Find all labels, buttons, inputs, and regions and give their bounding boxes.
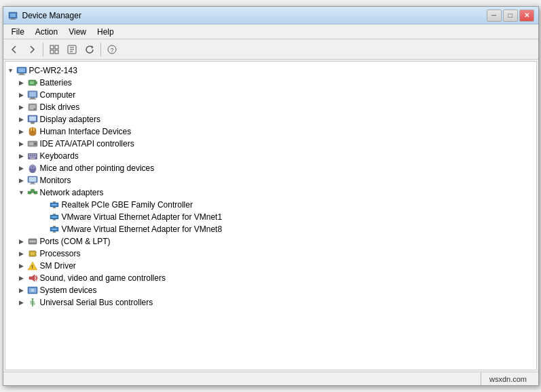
svg-rect-17 [18, 75, 25, 75]
root-icon [16, 65, 27, 76]
system-icon [27, 285, 38, 296]
display-expander[interactable]: ▶ [16, 114, 27, 125]
list-item[interactable]: ▶ VMware Virtual Ethernet Adapter for VM… [38, 223, 536, 235]
keyboards-expander[interactable]: ▶ [16, 151, 27, 161]
list-item[interactable]: ▶ VMware Virtual Ethernet Adapter for VM… [38, 211, 536, 223]
menu-file[interactable]: File [6, 24, 30, 39]
mice-icon [27, 163, 38, 174]
svg-rect-70 [53, 219, 56, 220]
svg-rect-29 [29, 117, 36, 121]
sm-expander[interactable]: ▶ [16, 260, 27, 271]
keyboards-label: Keyboards [40, 151, 79, 161]
ide-expander[interactable]: ▶ [16, 138, 27, 149]
device-tree-panel[interactable]: ▼ PC-WR2-143 ▶ [5, 61, 537, 370]
sm-icon: ! [27, 260, 38, 271]
list-item[interactable]: ▶ [16, 248, 536, 260]
refresh-button[interactable] [81, 41, 98, 58]
help-icon-button[interactable]: ? [104, 41, 120, 58]
monitors-icon [27, 175, 38, 186]
computer-expander[interactable]: ▶ [16, 90, 27, 100]
ports-expander[interactable]: ▶ [16, 236, 27, 247]
svg-point-52 [32, 164, 33, 166]
list-item[interactable]: ▶ Disk drives [16, 101, 536, 113]
list-item[interactable]: ▶ Mice and other pointing devices [16, 162, 536, 174]
list-item[interactable]: ▶ ! SM Driver [16, 260, 536, 272]
svg-rect-4 [50, 45, 54, 49]
svg-rect-34 [33, 128, 35, 131]
usb-label: Universal Serial Bus controllers [40, 298, 153, 307]
svg-rect-40 [29, 155, 30, 156]
nic2-label: VMware Virtual Ethernet Adapter for VMne… [62, 212, 223, 222]
svg-rect-74 [53, 231, 56, 233]
processors-expander[interactable]: ▶ [16, 248, 27, 259]
tree-root[interactable]: ▼ PC-WR2-143 [5, 64, 536, 77]
usb-expander[interactable]: ▶ [16, 297, 27, 308]
svg-rect-69 [53, 214, 56, 215]
toolbar: ? [3, 39, 538, 60]
menu-action[interactable]: Action [30, 24, 63, 39]
monitors-expander[interactable]: ▶ [16, 175, 27, 186]
svg-rect-80 [31, 252, 35, 255]
svg-rect-42 [33, 155, 34, 156]
sound-expander[interactable]: ▶ [16, 273, 27, 283]
svg-rect-66 [53, 207, 56, 208]
list-item[interactable]: ▶ IDE ATA/ATAPI controllers [16, 138, 536, 150]
close-button[interactable]: ✕ [519, 9, 534, 22]
svg-rect-59 [31, 189, 34, 192]
properties-button[interactable] [64, 41, 80, 58]
device-tree: ▼ PC-WR2-143 ▶ [5, 62, 536, 311]
svg-rect-33 [31, 128, 32, 131]
nic1-icon [49, 199, 60, 210]
list-item[interactable]: ▶ Sound, video and game controllers [16, 272, 536, 284]
svg-rect-22 [29, 92, 36, 97]
window-controls: ─ □ ✕ [487, 9, 534, 22]
processors-label: Processors [40, 249, 81, 258]
root-expander[interactable]: ▼ [5, 65, 16, 76]
batteries-icon [27, 77, 38, 88]
svg-rect-48 [30, 158, 35, 159]
svg-rect-64 [52, 204, 57, 205]
svg-rect-6 [50, 50, 54, 54]
list-item[interactable]: ▶ Monitors [16, 174, 536, 187]
batteries-expander[interactable]: ▶ [16, 77, 27, 88]
system-expander[interactable]: ▶ [16, 285, 27, 296]
list-item[interactable]: ▶ Display adapters [16, 113, 536, 125]
mice-label: Mice and other pointing devices [40, 163, 155, 173]
menu-view[interactable]: View [63, 24, 92, 39]
svg-rect-47 [35, 156, 36, 157]
menu-help[interactable]: Help [92, 24, 119, 39]
processors-icon [27, 248, 38, 259]
show-hidden-button[interactable] [46, 41, 62, 58]
minimize-button[interactable]: ─ [487, 9, 502, 22]
svg-marker-31 [31, 123, 35, 124]
computer-icon [27, 90, 38, 100]
maximize-button[interactable]: □ [503, 9, 518, 22]
status-text [6, 372, 481, 385]
list-item[interactable]: ▶ Computer [16, 89, 536, 101]
svg-rect-56 [30, 184, 35, 184]
list-item[interactable]: ▶ Keyboards [16, 150, 536, 162]
network-label: Network adapters [40, 188, 104, 197]
disk-expander[interactable]: ▶ [16, 102, 27, 113]
list-item[interactable]: ▶ Realtek PCIe GBE Family Controller [38, 199, 536, 211]
list-item[interactable]: ▼ Network adapters [16, 187, 536, 199]
status-bar: wsxdn.com [3, 372, 538, 385]
list-item[interactable]: ▶ Batteries [16, 77, 536, 89]
network-expander[interactable]: ▼ [16, 187, 27, 198]
list-item[interactable]: ▶ Human Interface Devices [16, 125, 536, 138]
computer-label: Computer [40, 90, 76, 100]
nic2-icon [49, 212, 60, 222]
disk-icon [27, 102, 38, 113]
list-item[interactable]: ▶ Ports (COM & LPT) [16, 235, 536, 248]
list-item[interactable]: ▶ Universal Serial Bus controllers [16, 296, 536, 309]
forward-button[interactable] [24, 41, 40, 58]
mice-expander[interactable]: ▶ [16, 163, 27, 174]
hid-expander[interactable]: ▶ [16, 126, 27, 137]
svg-rect-55 [31, 182, 34, 184]
svg-rect-45 [31, 156, 32, 157]
window-icon [7, 10, 18, 21]
svg-rect-68 [52, 216, 57, 218]
list-item[interactable]: ▶ System devices [16, 284, 536, 296]
back-button[interactable] [6, 41, 22, 58]
svg-rect-2 [11, 18, 15, 20]
